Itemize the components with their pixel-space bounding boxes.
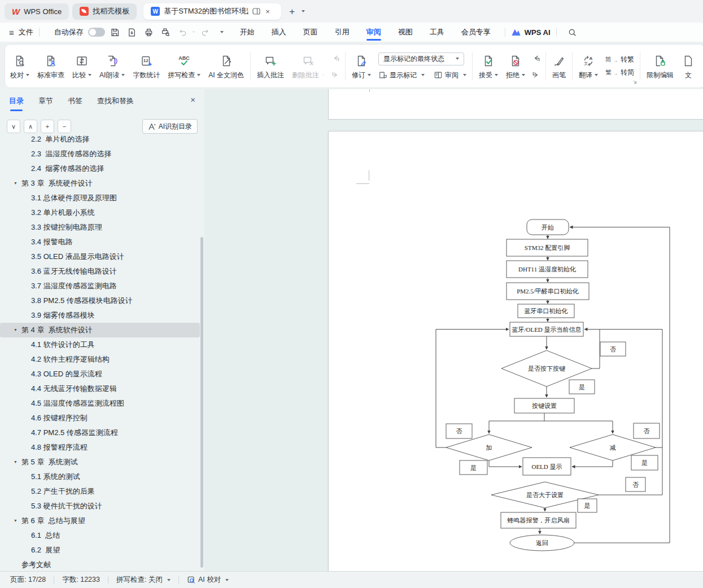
track-changes-button[interactable]: 修订 [348,46,375,86]
export-button[interactable] [125,25,139,39]
print-preview-button[interactable] [159,25,173,39]
spell-check-button[interactable]: ABC 拼写检查 [164,46,204,86]
standard-review-button[interactable]: 标准审查 [33,46,68,86]
toc-item[interactable]: 3.3 按键控制电路原理 [0,220,200,235]
toc-expand-button[interactable]: + [41,120,54,133]
tab-list-chevron-icon[interactable] [302,10,305,12]
clipped-ribbon-button[interactable]: 文 [678,46,699,86]
previous-comment-icon[interactable] [331,54,340,64]
menu-reference[interactable]: 引用 [326,23,358,42]
toc-item[interactable]: 2.4 烟雾传感器的选择 [0,161,200,176]
reviewing-pane-button[interactable]: 审阅 [434,71,466,80]
menu-view[interactable]: 视图 [390,23,421,42]
toc-item[interactable]: 4.5 温湿度传感器监测流程图 [0,396,200,411]
toc-previous-heading-button[interactable]: ∧ [24,120,37,133]
wps-ai-button[interactable]: WPS AI [511,28,551,37]
tab-docer-templates[interactable]: 找稻壳模板 [72,3,137,20]
close-sidebar-icon[interactable]: × [190,95,195,104]
toc-item[interactable]: 5.1 系统的测试 [0,469,200,484]
toc-item[interactable]: 4.8 报警程序流程 [0,440,200,455]
toc-item[interactable]: 6.2 展望 [0,543,200,558]
accept-change-button[interactable]: 接受 [475,46,502,86]
file-menu[interactable]: 文件 [19,27,33,37]
previous-change-icon[interactable] [531,54,541,64]
toc-item[interactable]: 3.9 烟雾传感器模块 [0,308,200,323]
toc-next-heading-button[interactable]: ∨ [7,120,20,133]
markup-state-dropdown[interactable]: 显示标记的最终状态 [378,52,464,65]
toc-item[interactable]: 5.3 硬件抗干扰的设计 [0,499,200,514]
restrict-editing-button[interactable]: 限制编辑 [643,46,678,86]
collapse-triangle-icon[interactable]: ▼ [14,519,18,523]
translate-button[interactable]: 文A 翻译 [575,46,602,86]
collapse-triangle-icon[interactable]: ▼ [14,328,18,332]
undo-history-chevron-icon[interactable] [192,31,195,33]
insert-comment-button[interactable]: 插入批注 [253,46,288,86]
document-page[interactable]: 开始 STM32 配置引脚 DHT11 温湿度初始化 PM2.5/甲醛串口初始化… [328,131,703,571]
toc-item[interactable]: 3.7 温湿度传感器监测电路 [0,279,200,293]
ink-brush-button[interactable]: 画笔 [548,46,570,86]
close-tab-icon[interactable]: × [265,7,270,16]
toc-item[interactable]: 4.6 按键程序控制 [0,411,200,425]
next-change-icon[interactable] [531,69,541,78]
document-canvas[interactable]: 开始 STM32 配置引脚 DHT11 温湿度初始化 PM2.5/甲醛串口初始化… [204,89,703,571]
undo-button[interactable] [176,25,190,39]
next-comment-icon[interactable] [331,69,340,78]
toc-chapter[interactable]: ▼第 5 章 系统测试 [0,455,200,469]
expand-group-icon[interactable] [632,80,637,85]
to-traditional-button[interactable]: 简→转繁 [605,55,634,64]
toc-item[interactable]: 4.2 软件主程序逻辑结构 [0,352,200,367]
toc-item[interactable]: 4.1 软件设计的工具 [0,337,200,352]
toc-item[interactable]: 3.1 总体硬件原理及原理图 [0,191,200,205]
toc-item[interactable]: 4.4 无线蓝牙传输数据逻辑 [0,381,200,396]
toc-item[interactable]: 3.8 PM2.5 传感器模块电路设计 [0,293,200,308]
toc-item[interactable]: 6.1 总结 [0,528,200,543]
tab-contents[interactable]: 目录 [9,96,24,111]
redo-button[interactable] [199,25,212,39]
quick-access-chevron-icon[interactable] [220,31,224,33]
compare-button[interactable]: 比较 [68,46,95,86]
new-tab-button[interactable]: + [289,7,295,16]
delete-comment-button[interactable]: 删除批注 [288,46,329,86]
menu-page[interactable]: 页面 [295,23,326,42]
collapse-triangle-icon[interactable]: ▼ [14,460,18,464]
split-window-icon[interactable] [252,8,260,15]
spellcheck-status[interactable]: 拼写检查: 关闭 [116,575,171,585]
toc-item[interactable]: 3.2 单片机最小系统 [0,205,200,220]
menu-membership[interactable]: 会员专享 [453,23,499,42]
toc-item[interactable]: 3.4 报警电路 [0,235,200,249]
proofread-button[interactable]: 校对 [6,46,33,86]
menu-tools[interactable]: 工具 [421,23,453,42]
search-button[interactable] [566,25,579,39]
page-indicator[interactable]: 页面: 17/28 [10,575,46,585]
toc-item[interactable]: 参考文献 [0,558,200,571]
toc-item[interactable]: 2.3 温湿度传感器的选择 [0,147,200,161]
reject-change-button[interactable]: 拒绝 [502,46,529,86]
tab-wps-office[interactable]: W WPS Office [5,3,69,20]
hamburger-icon[interactable]: ≡ [9,28,14,37]
toc-item[interactable]: 5.2 产生干扰的后果 [0,484,200,499]
tab-find-replace[interactable]: 查找和替换 [97,96,134,111]
ai-proofread-status[interactable]: AI 校对 [187,575,229,585]
word-count-button[interactable]: 12 字数统计 [129,46,164,86]
tab-sections[interactable]: 章节 [38,96,53,111]
tab-document[interactable]: W 基于STM32的图书馆环境监 × [143,3,281,20]
to-simplified-button[interactable]: 繁→转简 [605,68,634,77]
toc-item[interactable]: 3.5 OLED 液晶显示电路设计 [0,249,200,264]
menu-review[interactable]: 审阅 [358,23,390,42]
sidebar-scrollbar[interactable] [200,237,203,568]
toc-chapter-selected[interactable]: ▼第 4 章 系统软件设计 [0,323,200,337]
show-markup-button[interactable]: 显示标记 [378,71,425,80]
ai-read-aloud-button[interactable]: AI朗读 [95,46,129,86]
save-button[interactable] [108,25,122,39]
toc-chapter[interactable]: ▼第 6 章 总结与展望 [0,514,200,528]
toc-chapter[interactable]: ▼第 3 章 系统硬件设计 [0,176,200,191]
toc-item[interactable]: 4.7 PM2.5 传感器监测流程 [0,425,200,440]
autosave-toggle[interactable] [88,28,105,37]
toc-item[interactable]: 2.2 单片机的选择 [0,135,200,147]
toc-item[interactable]: 4.3 OLED 的显示流程 [0,367,200,381]
print-button[interactable] [142,25,156,39]
ai-polish-button[interactable]: AI 全文润色 [204,46,248,86]
menu-insert[interactable]: 插入 [263,23,295,42]
tab-bookmarks[interactable]: 书签 [68,96,82,111]
toc-item[interactable]: 3.6 蓝牙无线传输电路设计 [0,264,200,279]
